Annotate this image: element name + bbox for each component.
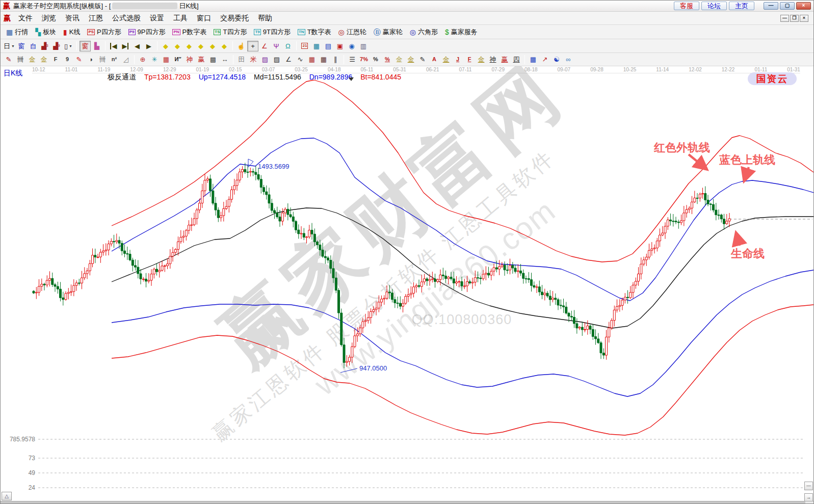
menu-window[interactable]: 窗口 bbox=[192, 13, 216, 24]
gold-time-grid2-button[interactable]: 金 bbox=[38, 54, 49, 65]
service-link[interactable]: 客服 bbox=[674, 2, 699, 10]
wave-count-button[interactable]: Ω bbox=[282, 41, 294, 51]
sector-blocks-button[interactable]: ▚板块 bbox=[32, 26, 59, 38]
diamond-left-button[interactable]: ◆ bbox=[160, 41, 171, 51]
draw-knife-button[interactable]: ✎ bbox=[3, 54, 14, 65]
diamond-vertical-button[interactable]: ◆ bbox=[207, 41, 218, 51]
percent-button[interactable]: % bbox=[370, 54, 381, 65]
flag-pen-button[interactable]: ✎ bbox=[417, 54, 428, 65]
f-angle-button[interactable]: F bbox=[464, 54, 475, 65]
shen-angle-button[interactable]: 神 bbox=[487, 54, 498, 65]
restore-button[interactable]: ▢ bbox=[780, 2, 795, 10]
angle-line-button[interactable]: ∠ bbox=[259, 41, 270, 51]
self-info-button[interactable]: 自 bbox=[28, 41, 39, 51]
fib-time-grid-button[interactable]: F bbox=[50, 54, 61, 65]
bars-9-button[interactable]: ▟9 bbox=[51, 41, 62, 51]
memo-button[interactable]: ▤ bbox=[323, 41, 334, 51]
bars-3-button[interactable]: ▟3 bbox=[39, 41, 50, 51]
winner-wheel-button[interactable]: Ⓑ赢家轮 bbox=[371, 26, 406, 38]
grid-config-button[interactable]: ▦ bbox=[528, 54, 539, 65]
span-arrows-button[interactable]: ↔ bbox=[219, 54, 230, 65]
nine-p-square-button[interactable]: P99P四方形 bbox=[125, 26, 169, 38]
diamond-right-button[interactable]: ◆ bbox=[172, 41, 183, 51]
j-angle-button[interactable]: J bbox=[452, 54, 463, 65]
price-ruler-button[interactable]: ☰ bbox=[347, 54, 358, 65]
collapse-panel-button[interactable]: — bbox=[804, 482, 813, 490]
red-grid-button[interactable]: ▦ bbox=[306, 54, 318, 65]
save-web-button[interactable]: ◉ bbox=[346, 41, 357, 51]
p-square-button[interactable]: PSP四方形 bbox=[84, 26, 124, 38]
market-quotes-button[interactable]: ▦行情 bbox=[3, 26, 31, 38]
close-button[interactable]: × bbox=[796, 2, 811, 10]
menu-settings[interactable]: 设置 bbox=[145, 13, 169, 24]
expand-panel-button[interactable]: △ bbox=[2, 492, 12, 500]
home-link[interactable]: 主页 bbox=[729, 2, 754, 10]
menu-gann[interactable]: 江恩 bbox=[84, 13, 108, 24]
color-volume-button[interactable]: ▙ bbox=[91, 41, 102, 51]
diamond-cross-button[interactable]: ◆ bbox=[219, 41, 230, 51]
si-angle-button[interactable]: 四 bbox=[511, 54, 522, 65]
minimize-button[interactable]: — bbox=[764, 2, 778, 10]
matrix-grid-button[interactable]: ▩ bbox=[207, 54, 219, 65]
crosshair-button[interactable]: + bbox=[247, 41, 258, 51]
gann-fork-button[interactable]: Ψ bbox=[271, 41, 282, 51]
save-button[interactable]: ▣ bbox=[334, 41, 346, 51]
menu-help[interactable]: 帮助 bbox=[253, 13, 277, 24]
p-number-table-button[interactable]: PNP数字表 bbox=[169, 26, 209, 38]
diamond-expand-button[interactable]: ◆ bbox=[183, 41, 195, 51]
kline-button[interactable]: ▮K线 bbox=[60, 26, 83, 38]
menu-file[interactable]: 文件 bbox=[14, 13, 37, 24]
menu-news[interactable]: 资讯 bbox=[61, 13, 84, 24]
hexagon-button[interactable]: ◎六角形 bbox=[407, 26, 441, 38]
abc-wave-button[interactable]: A bbox=[429, 54, 440, 65]
horizontal-scrollbar[interactable] bbox=[1, 501, 813, 504]
candlestick-chart-canvas[interactable]: 赢家财富网赢家江恩软件 股票分析软件 江恩工具软件www.yingjia360.… bbox=[1, 66, 814, 504]
n-square-button[interactable]: n² bbox=[109, 54, 120, 65]
calendar-button[interactable]: 21 bbox=[299, 41, 310, 51]
percent-level-button[interactable]: % bbox=[382, 54, 393, 65]
window-layout-button[interactable]: 窗 bbox=[16, 41, 27, 51]
calculator-button[interactable]: ▦ bbox=[311, 41, 322, 51]
regression-button[interactable]: ↗ bbox=[539, 54, 550, 65]
ying-angle-button[interactable]: 赢 bbox=[499, 54, 510, 65]
forum-link[interactable]: 论坛 bbox=[701, 2, 727, 10]
shen-grid-button[interactable]: 神 bbox=[184, 54, 195, 65]
square-target-button[interactable]: ▦ bbox=[161, 54, 172, 65]
fan-square-dense-button[interactable]: ▨ bbox=[271, 54, 282, 65]
menu-browse[interactable]: 浏览 bbox=[37, 13, 61, 24]
infinity-button[interactable]: ∞ bbox=[563, 54, 574, 65]
child-minimize-button[interactable]: — bbox=[780, 15, 789, 22]
gold-angle2-button[interactable]: 金 bbox=[476, 54, 487, 65]
gold-angle-button[interactable]: 金 bbox=[440, 54, 452, 65]
gold-level-button[interactable]: 金 bbox=[405, 54, 416, 65]
go-last-button[interactable]: ▶ bbox=[120, 41, 131, 51]
diamond-compress-button[interactable]: ◆ bbox=[195, 41, 206, 51]
fan-square-button[interactable]: ▨ bbox=[259, 54, 271, 65]
nine-t-square-button[interactable]: T99T四方形 bbox=[251, 26, 294, 38]
gold-time-grid-button[interactable]: 金 bbox=[27, 54, 38, 65]
pan-hand-button[interactable]: ☝ bbox=[235, 41, 247, 51]
ying-grid-button[interactable]: 赢 bbox=[196, 54, 207, 65]
dark-grid-button[interactable]: ▦ bbox=[318, 54, 329, 65]
nine-spiral-button[interactable]: 9 bbox=[62, 54, 73, 65]
print-button[interactable]: ▥ bbox=[358, 41, 369, 51]
compass-rose-button[interactable]: ✳ bbox=[149, 54, 160, 65]
trend-angle-button[interactable]: ∠ bbox=[283, 54, 294, 65]
menu-trade-order[interactable]: 交易委托 bbox=[216, 13, 253, 24]
circle-cross-button[interactable]: ⊕ bbox=[137, 54, 148, 65]
menu-formula-picker[interactable]: 公式选股 bbox=[108, 13, 145, 24]
t-number-table-button[interactable]: TNT数字表 bbox=[295, 26, 334, 38]
prev-bar-button[interactable]: ◀ bbox=[132, 41, 143, 51]
gold-ring-button[interactable]: 金 bbox=[393, 54, 405, 65]
time-circle-button[interactable]: ◑ bbox=[85, 54, 96, 65]
gann-wave-button[interactable]: И″ bbox=[172, 54, 183, 65]
menu-tools[interactable]: 工具 bbox=[169, 13, 192, 24]
period-day-dropdown[interactable]: 日▼ bbox=[3, 41, 15, 51]
time-grid-button[interactable]: 卌 bbox=[15, 54, 26, 65]
price-box-button[interactable]: 田 bbox=[236, 54, 247, 65]
gann-window-button[interactable]: 窗 bbox=[80, 41, 91, 51]
child-close-button[interactable]: × bbox=[800, 15, 808, 22]
next-bar-button[interactable]: ▶ bbox=[143, 41, 154, 51]
candle-style-dropdown[interactable]: ▯▼ bbox=[63, 41, 74, 51]
t-square-button[interactable]: TST四方形 bbox=[211, 26, 250, 38]
